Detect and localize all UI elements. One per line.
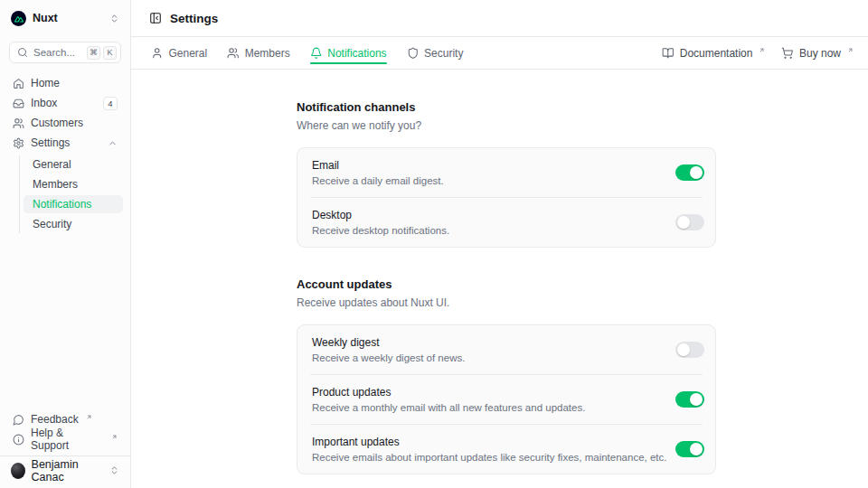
- setting-description: Receive desktop notifications.: [312, 225, 449, 236]
- buy-now-link[interactable]: Buy now: [781, 37, 854, 69]
- tab-members[interactable]: Members: [227, 37, 290, 69]
- setting-row-weekly-digest: Weekly digest Receive a weekly digest of…: [297, 325, 715, 374]
- section-title: Account updates: [297, 277, 716, 291]
- sidebar-item-inbox[interactable]: Inbox 4: [7, 94, 123, 112]
- settings-card: Weekly digest Receive a weekly digest of…: [297, 324, 716, 474]
- section-account-updates: Account updates Receive updates about Nu…: [297, 277, 716, 474]
- setting-title: Important updates: [312, 436, 666, 448]
- section-notification-channels: Notification channels Where can we notif…: [297, 100, 716, 248]
- external-link-icon: [759, 47, 765, 53]
- sidebar-footer-links: Feedback Help & Support: [7, 410, 123, 448]
- setting-title: Product updates: [312, 386, 585, 399]
- external-link-icon: [111, 434, 118, 440]
- setting-description: Receive emails about important updates l…: [312, 452, 666, 463]
- sidebar-item-members[interactable]: Members: [24, 175, 123, 193]
- settings-subnav: General Members Notifications Security: [19, 155, 123, 233]
- sidebar-item-settings[interactable]: Settings: [7, 134, 123, 152]
- documentation-link[interactable]: Documentation: [662, 37, 765, 69]
- sidebar-item-home[interactable]: Home: [7, 74, 123, 92]
- tab-security[interactable]: Security: [407, 37, 464, 69]
- gear-icon: [13, 137, 24, 149]
- chevrons-up-down-icon: [109, 14, 119, 23]
- message-bubble-icon: [13, 414, 24, 426]
- setting-description: Receive a daily email digest.: [312, 175, 444, 186]
- chevron-up-icon: [108, 138, 118, 148]
- home-icon: [13, 78, 24, 89]
- users-icon: [227, 47, 240, 60]
- sidebar-item-customers[interactable]: Customers: [7, 114, 123, 132]
- sidebar-item-notifications[interactable]: Notifications: [24, 195, 123, 213]
- workspace-switcher[interactable]: Nuxt: [7, 7, 123, 29]
- user-icon: [151, 47, 164, 60]
- section-description: Where can we notify you?: [297, 119, 716, 132]
- page-header: Settings: [131, 0, 868, 37]
- info-circle-icon: [13, 434, 24, 446]
- setting-title: Weekly digest: [312, 336, 465, 349]
- user-name: Benjamin Canac: [32, 458, 103, 483]
- nuxt-logo-icon: [11, 11, 26, 26]
- sidebar: Nuxt Search... ⌘ K Home Inbox 4 Customer…: [0, 0, 131, 488]
- help-support-link[interactable]: Help & Support: [7, 430, 123, 448]
- kbd-cmd: ⌘: [87, 46, 100, 60]
- book-open-icon: [662, 47, 675, 60]
- tabbar-links: Documentation Buy now: [662, 37, 854, 69]
- setting-row-important-updates: Important updates Receive emails about i…: [297, 425, 715, 474]
- external-link-icon: [847, 47, 854, 53]
- sidebar-nav: Home Inbox 4 Customers Settings General …: [7, 74, 123, 233]
- email-toggle[interactable]: [675, 164, 704, 181]
- search-placeholder: Search...: [33, 47, 81, 58]
- shield-icon: [407, 47, 420, 60]
- section-title: Notification channels: [297, 100, 716, 114]
- setting-description: Receive a monthly email with all new fea…: [312, 402, 585, 413]
- weekly-digest-toggle[interactable]: [675, 342, 704, 358]
- setting-title: Email: [312, 159, 444, 172]
- tab-general[interactable]: General: [151, 37, 207, 69]
- external-link-icon: [86, 414, 92, 420]
- tabs: General Members Notifications Security: [151, 37, 463, 69]
- avatar: [11, 463, 25, 479]
- feedback-link[interactable]: Feedback: [7, 410, 123, 428]
- bell-icon: [310, 47, 323, 60]
- user-menu[interactable]: Benjamin Canac: [7, 456, 123, 484]
- settings-content: Notification channels Where can we notif…: [131, 70, 868, 488]
- section-description: Receive updates about Nuxt UI.: [297, 296, 716, 309]
- product-updates-toggle[interactable]: [675, 391, 704, 408]
- workspace-name: Nuxt: [33, 12, 58, 24]
- tabbar: General Members Notifications Security D…: [131, 37, 868, 70]
- page-title: Settings: [170, 12, 218, 25]
- sidebar-spacer: [7, 233, 123, 399]
- important-updates-toggle[interactable]: [675, 441, 704, 457]
- setting-row-desktop: Desktop Receive desktop notifications.: [297, 198, 715, 247]
- settings-card: Email Receive a daily email digest. Desk…: [297, 147, 716, 248]
- setting-row-email: Email Receive a daily email digest.: [297, 148, 715, 197]
- search-icon: [17, 47, 28, 58]
- inbox-count-badge: 4: [103, 97, 118, 110]
- setting-title: Desktop: [312, 209, 449, 221]
- cart-icon: [781, 47, 794, 60]
- setting-description: Receive a weekly digest of news.: [312, 352, 465, 363]
- inbox-icon: [13, 98, 24, 109]
- sidebar-item-general[interactable]: General: [24, 155, 123, 174]
- search-shortcut: ⌘ K: [87, 46, 117, 60]
- search-input[interactable]: Search... ⌘ K: [9, 42, 121, 63]
- tab-notifications[interactable]: Notifications: [310, 37, 387, 69]
- setting-row-product-updates: Product updates Receive a monthly email …: [297, 375, 715, 424]
- sidebar-item-security[interactable]: Security: [24, 215, 123, 233]
- chevrons-up-down-icon: [109, 465, 119, 475]
- desktop-toggle[interactable]: [675, 214, 704, 230]
- main-panel: Settings General Members Notifications S…: [131, 0, 868, 488]
- kbd-k: K: [103, 46, 117, 60]
- users-icon: [13, 117, 24, 129]
- panel-left-icon[interactable]: [149, 12, 162, 24]
